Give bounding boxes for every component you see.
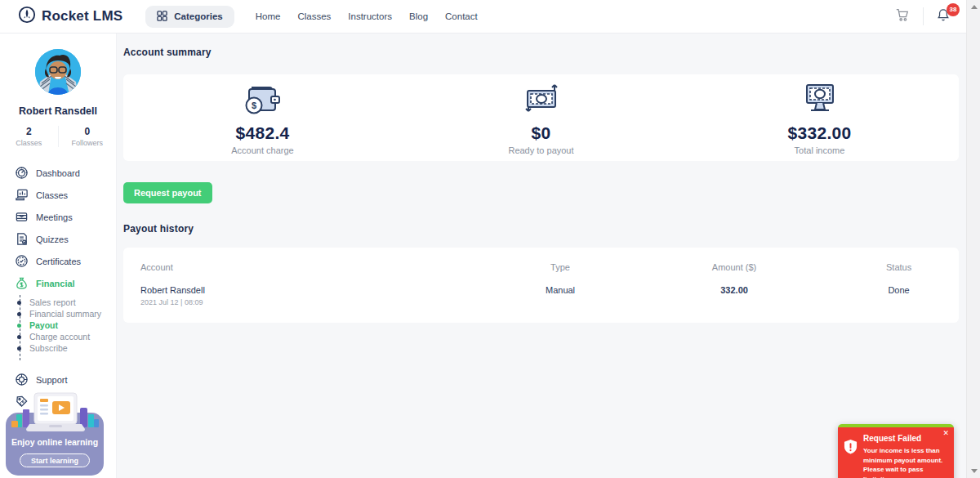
total-income-label: Total income xyxy=(680,145,959,155)
certificates-icon xyxy=(14,254,29,269)
payout-history-table: Account Type Amount ($) Status Robert Ra… xyxy=(123,251,959,306)
monitor-income-icon xyxy=(680,81,959,117)
followers-count-label: Followers xyxy=(59,139,117,147)
financial-icon xyxy=(14,276,29,291)
classes-icon xyxy=(14,188,29,203)
main-nav: Home Classes Instructors Blog Contact xyxy=(256,11,478,21)
sidebar-item-certificates[interactable]: Certificates xyxy=(0,250,116,272)
subitem-label: Sales report xyxy=(29,297,76,307)
avatar xyxy=(35,49,81,95)
sidebar-subitem-charge-account[interactable]: Charge account xyxy=(0,331,116,342)
row-type: Manual xyxy=(491,280,630,306)
svg-text:$: $ xyxy=(251,101,256,110)
bullet-dot-icon xyxy=(17,335,21,339)
total-income-value: $332.00 xyxy=(680,123,959,143)
bullet-dot-icon xyxy=(17,312,21,316)
col-type: Type xyxy=(491,251,630,280)
sidebar-item-label: Classes xyxy=(36,190,68,200)
grid-icon xyxy=(157,11,167,23)
account-summary-card: $ $482.4 Account charge $0 Ready to payo… xyxy=(123,74,959,161)
categories-label: Categories xyxy=(174,11,222,21)
sidebar-item-label: Dashboard xyxy=(36,168,80,178)
sidebar-item-support[interactable]: Support xyxy=(0,369,116,391)
scroll-up-icon[interactable] xyxy=(967,0,980,14)
profile-stats: 2 Classes 0 Followers xyxy=(0,126,116,150)
toast-title: Request Failed xyxy=(863,434,948,443)
toast-close-icon[interactable]: ✕ xyxy=(942,430,949,437)
sidebar-item-dashboard[interactable]: Dashboard xyxy=(0,162,116,184)
sidebar: Robert Ransdell 2 Classes 0 Followers Da… xyxy=(0,34,117,478)
subitem-label: Payout xyxy=(29,320,58,330)
sidebar-item-label: Support xyxy=(36,375,68,385)
financial-submenu: Sales report Financial summary Payout Ch… xyxy=(0,297,116,354)
sidebar-subitem-sales-report[interactable]: Sales report xyxy=(0,297,116,308)
page-scrollbar[interactable] xyxy=(966,0,980,478)
sidebar-item-label: Meetings xyxy=(36,212,73,222)
bullet-dot-icon xyxy=(17,324,21,328)
subitem-label: Charge account xyxy=(29,332,90,342)
error-toast: ✕ Request Failed Your income is less tha… xyxy=(838,424,954,478)
meetings-icon xyxy=(14,210,29,225)
notifications-bell[interactable]: 38 xyxy=(937,8,950,25)
ready-to-payout-value: $0 xyxy=(402,123,680,143)
sidebar-item-financial[interactable]: Financial xyxy=(0,272,116,294)
col-status: Status xyxy=(839,251,959,280)
table-header-row: Account Type Amount ($) Status xyxy=(123,251,959,280)
classes-count-label: Classes xyxy=(0,139,58,147)
rocket-logo-icon xyxy=(18,6,36,27)
bullet-dot-icon xyxy=(17,301,21,305)
account-charge-label: Account charge xyxy=(123,145,402,155)
nav-blog[interactable]: Blog xyxy=(409,11,428,21)
nav-instructors[interactable]: Instructors xyxy=(348,11,392,21)
sidebar-subitem-financial-summary[interactable]: Financial summary xyxy=(0,308,116,319)
brand-name: Rocket LMS xyxy=(42,8,122,25)
col-amount: Amount ($) xyxy=(630,251,839,280)
subitem-label: Subscribe xyxy=(29,343,68,353)
cart-icon[interactable] xyxy=(895,7,910,25)
scroll-down-icon[interactable] xyxy=(967,464,980,478)
payout-history-title: Payout history xyxy=(123,223,959,235)
sidebar-subitem-subscribe[interactable]: Subscribe xyxy=(0,342,116,354)
toast-message: Your income is less than minimum payout … xyxy=(863,446,948,478)
sidebar-item-classes[interactable]: Classes xyxy=(0,184,116,206)
brand-logo[interactable]: Rocket LMS xyxy=(18,6,122,27)
categories-button[interactable]: Categories xyxy=(145,6,234,28)
start-learning-button[interactable]: Start learning xyxy=(20,453,90,467)
sidebar-item-label: Financial xyxy=(36,279,75,288)
row-account-name: Robert Ransdell xyxy=(140,285,491,295)
account-summary-title: Account summary xyxy=(123,47,959,58)
request-payout-button[interactable]: Request payout xyxy=(123,182,212,203)
subitem-label: Financial summary xyxy=(29,309,101,319)
sidebar-item-quizzes[interactable]: Quizzes xyxy=(0,228,116,250)
stat-ready-to-payout: $0 Ready to payout xyxy=(402,81,680,155)
nav-contact[interactable]: Contact xyxy=(445,11,478,21)
table-row: Robert Ransdell 2021 Jul 12 | 08:09 Manu… xyxy=(123,280,959,306)
support-icon xyxy=(14,373,29,387)
nav-home[interactable]: Home xyxy=(256,11,281,21)
classes-count: 2 xyxy=(0,126,58,137)
sidebar-item-label: Certificates xyxy=(36,257,81,266)
shield-alert-icon xyxy=(844,439,858,478)
row-amount: 332.00 xyxy=(630,280,839,306)
stat-total-income: $332.00 Total income xyxy=(680,81,959,155)
sidebar-subitem-payout[interactable]: Payout xyxy=(0,319,116,331)
account-charge-value: $482.4 xyxy=(123,123,402,143)
sidebar-item-meetings[interactable]: Meetings xyxy=(0,206,116,228)
wallet-icon: $ xyxy=(123,81,402,117)
bullet-dot-icon xyxy=(17,346,21,351)
main-content: Account summary $ $482.4 Account charge xyxy=(117,34,966,478)
row-datetime: 2021 Jul 12 | 08:09 xyxy=(140,298,491,306)
user-name: Robert Ransdell xyxy=(0,105,116,117)
quizzes-icon xyxy=(14,232,29,247)
promo-card: Enjoy online learning Start learning xyxy=(6,413,104,476)
topbar: Rocket LMS Categories Home Classes Instr… xyxy=(0,0,966,34)
cash-payout-icon xyxy=(402,81,680,117)
stat-account-charge: $ $482.4 Account charge xyxy=(123,81,402,155)
ready-to-payout-label: Ready to payout xyxy=(402,145,680,155)
followers-count: 0 xyxy=(59,126,117,137)
online-learning-illustration xyxy=(10,390,100,437)
col-account: Account xyxy=(123,251,491,280)
sidebar-item-label: Quizzes xyxy=(36,235,69,244)
nav-classes[interactable]: Classes xyxy=(297,11,331,21)
notification-count-badge: 38 xyxy=(947,3,960,16)
